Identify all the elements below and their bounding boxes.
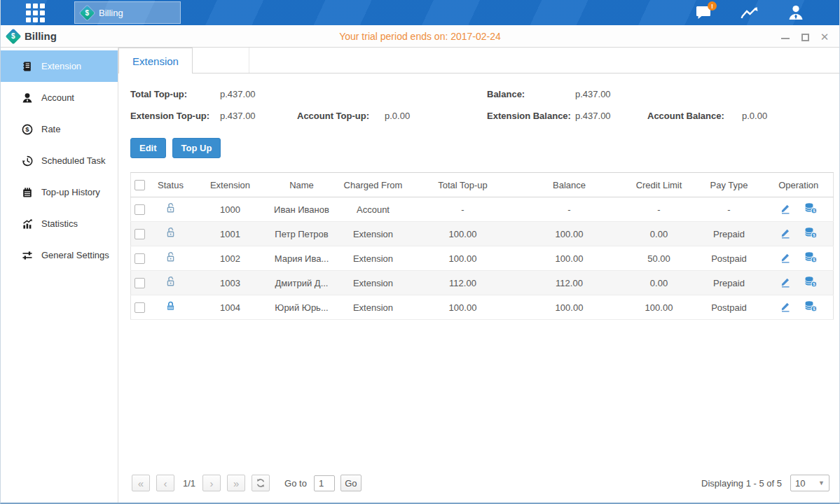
refresh-button[interactable] bbox=[252, 475, 270, 491]
row-checkbox[interactable] bbox=[135, 302, 145, 313]
edit-pencil-icon[interactable] bbox=[780, 227, 792, 239]
top-up-coins-icon[interactable]: $ bbox=[804, 251, 818, 263]
edit-pencil-icon[interactable] bbox=[780, 300, 792, 312]
cell-pay-type: Prepaid bbox=[694, 271, 764, 295]
pagination-bar: « ‹ 1/1 › » Go to Go Displaying bbox=[118, 469, 839, 503]
sidebar-item-extension[interactable]: Extension bbox=[1, 50, 118, 82]
minimize-icon[interactable] bbox=[780, 31, 790, 41]
top-up-coins-icon[interactable]: $ bbox=[804, 202, 818, 214]
edit-pencil-icon[interactable] bbox=[780, 276, 792, 288]
cell-name: Мария Ива... bbox=[268, 246, 336, 271]
next-page-button[interactable]: › bbox=[202, 475, 221, 491]
cell-credit-limit: 0.00 bbox=[624, 222, 694, 246]
app-tab-label: Billing bbox=[99, 8, 123, 18]
tab-strip: Extension bbox=[118, 48, 839, 74]
total-topup-value: p.437.00 bbox=[220, 89, 256, 99]
toolbar: Edit Top Up bbox=[118, 134, 839, 168]
calendar-icon bbox=[22, 187, 33, 198]
cell-credit-limit: 100.00 bbox=[624, 295, 694, 320]
topbar-actions: ! bbox=[694, 0, 806, 25]
sidebar-item-scheduled-task[interactable]: Scheduled Task bbox=[1, 145, 118, 176]
sidebar-item-statistics[interactable]: Statistics bbox=[1, 208, 118, 239]
status-unlocked bbox=[149, 197, 193, 222]
cell-credit-limit: - bbox=[624, 197, 694, 222]
status-locked bbox=[149, 295, 193, 320]
edit-pencil-icon[interactable] bbox=[780, 202, 792, 214]
lock-open-icon bbox=[165, 227, 177, 239]
goto-page-input[interactable] bbox=[314, 475, 335, 491]
top-up-coins-icon[interactable]: $ bbox=[804, 276, 818, 288]
app-grid-icon[interactable] bbox=[26, 4, 45, 22]
table-row: 1000Иван ИвановAccount----$ bbox=[131, 197, 834, 222]
page-title: Billing bbox=[25, 30, 57, 42]
sidebar-item-account[interactable]: Account bbox=[1, 82, 118, 113]
row-checkbox[interactable] bbox=[135, 204, 145, 215]
reports-chart-icon[interactable] bbox=[740, 4, 759, 21]
row-checkbox[interactable] bbox=[135, 278, 145, 288]
cell-balance: 112.00 bbox=[515, 271, 624, 295]
cell-pay-type: - bbox=[694, 197, 764, 222]
cell-name: Дмитрий Д... bbox=[268, 271, 336, 295]
app-tab-billing[interactable]: $ Billing bbox=[74, 1, 181, 24]
main-content: Extension Total Top-up: p.437.00 Balance… bbox=[118, 48, 839, 503]
user-account-icon[interactable] bbox=[786, 4, 806, 21]
cell-extension: 1001 bbox=[193, 222, 268, 246]
top-up-button[interactable]: Top Up bbox=[172, 138, 221, 158]
cell-balance: 100.00 bbox=[515, 295, 624, 320]
lock-open-icon bbox=[165, 251, 177, 263]
balance-summary: Total Top-up: p.437.00 Balance: p.437.00… bbox=[118, 74, 839, 134]
cell-name: Петр Петров bbox=[268, 222, 336, 246]
extension-topup-label: Extension Top-up: bbox=[130, 111, 209, 121]
goto-label: Go to bbox=[284, 478, 307, 489]
row-checkbox[interactable] bbox=[135, 253, 145, 264]
cell-extension: 1004 bbox=[193, 295, 268, 320]
sidebar-item-label: General Settings bbox=[41, 250, 109, 260]
cell-charged-from: Extension bbox=[336, 222, 411, 246]
sidebar-item-rate[interactable]: $ Rate bbox=[1, 113, 118, 145]
prev-page-button[interactable]: ‹ bbox=[156, 475, 174, 491]
cell-total-topup: 112.00 bbox=[411, 271, 515, 295]
maximize-icon[interactable] bbox=[800, 31, 810, 41]
extension-topup-value: p.437.00 bbox=[220, 111, 256, 121]
cell-total-topup: 100.00 bbox=[411, 222, 515, 246]
messages-icon[interactable]: ! bbox=[694, 4, 713, 21]
top-up-coins-icon[interactable]: $ bbox=[804, 227, 818, 239]
status-unlocked bbox=[149, 271, 193, 295]
top-up-coins-icon[interactable]: $ bbox=[804, 300, 818, 312]
sidebar-item-general-settings[interactable]: General Settings bbox=[1, 239, 118, 271]
edit-pencil-icon[interactable] bbox=[780, 251, 792, 263]
sidebar-item-topup-history[interactable]: Top-up History bbox=[1, 176, 118, 208]
cell-name: Иван Иванов bbox=[268, 197, 336, 222]
account-balance-value: p.0.00 bbox=[742, 111, 767, 121]
status-unlocked bbox=[149, 222, 193, 246]
balance-label: Balance: bbox=[487, 89, 525, 99]
first-page-button[interactable]: « bbox=[132, 475, 150, 491]
tab-extension[interactable]: Extension bbox=[118, 48, 193, 74]
lock-open-icon bbox=[165, 276, 177, 288]
dollar-circle-icon: $ bbox=[22, 124, 33, 135]
table-row: 1002Мария Ива...Extension100.00100.0050.… bbox=[131, 246, 834, 271]
last-page-button[interactable]: » bbox=[227, 475, 245, 491]
svg-text:$: $ bbox=[25, 125, 29, 133]
account-topup-value: p.0.00 bbox=[385, 111, 410, 121]
go-button[interactable]: Go bbox=[340, 475, 362, 491]
stats-icon bbox=[22, 218, 33, 230]
row-checkbox[interactable] bbox=[135, 229, 145, 239]
select-all-checkbox[interactable] bbox=[135, 180, 145, 190]
col-operation: Operation bbox=[764, 173, 834, 197]
close-icon[interactable]: ✕ bbox=[820, 31, 829, 41]
cell-balance: 100.00 bbox=[515, 246, 624, 271]
page-size-select[interactable]: 10 ▼ bbox=[790, 475, 829, 491]
cell-charged-from: Extension bbox=[336, 295, 411, 320]
col-total-topup: Total Top-up bbox=[411, 173, 515, 197]
notification-badge: ! bbox=[708, 1, 717, 10]
cell-extension: 1000 bbox=[193, 197, 268, 222]
cell-balance: - bbox=[515, 197, 624, 222]
edit-button[interactable]: Edit bbox=[130, 138, 166, 158]
operation-cell: $ bbox=[780, 300, 818, 312]
cell-name: Юрий Юрь... bbox=[268, 295, 336, 320]
window-title-bar: $ Billing Your trial period ends on: 201… bbox=[1, 25, 839, 48]
extension-table: Status Extension Name Charged From Total… bbox=[130, 172, 834, 320]
sidebar-item-label: Statistics bbox=[41, 218, 78, 229]
col-name: Name bbox=[268, 173, 336, 197]
